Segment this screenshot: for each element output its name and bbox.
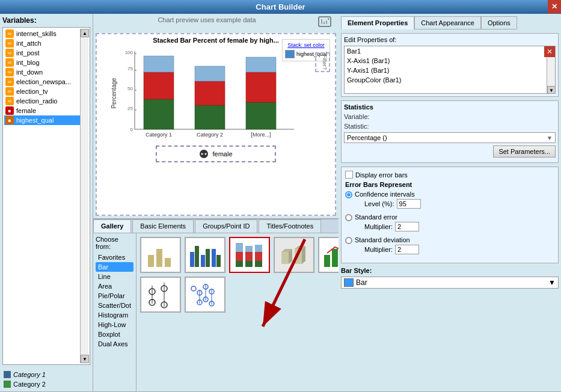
svg-rect-43 bbox=[255, 245, 262, 252]
sd-mult-input[interactable] bbox=[395, 245, 419, 254]
tab-options[interactable]: Options bbox=[481, 16, 517, 29]
chart-canvas[interactable]: Stacked Bar Percent of female by high...… bbox=[96, 33, 336, 216]
tab-chart-appearance[interactable]: Chart Appearance bbox=[414, 16, 481, 29]
x-axis-var-box[interactable]: female bbox=[156, 145, 276, 162]
props-close-btn[interactable]: ✕ bbox=[544, 46, 555, 57]
svg-text:75: 75 bbox=[127, 66, 133, 72]
filter-box[interactable]: Filter? bbox=[315, 52, 330, 72]
type-pie-polar[interactable]: Pie/Polar bbox=[96, 291, 133, 301]
type-favorites[interactable]: Favorites bbox=[96, 253, 133, 262]
svg-rect-18 bbox=[195, 66, 225, 81]
svg-rect-33 bbox=[201, 255, 205, 267]
bottom-panel: Gallery Basic Elements Groups/Point ID T… bbox=[93, 218, 339, 391]
type-histogram[interactable]: Histogram bbox=[96, 310, 133, 320]
type-high-low[interactable]: High-Low bbox=[96, 320, 133, 329]
prop-xaxis1[interactable]: X-Axis1 (Bar1) bbox=[345, 56, 547, 66]
bar-style-dropdown[interactable]: Bar ▼ bbox=[341, 277, 559, 289]
tab-basic-elements[interactable]: Basic Elements bbox=[132, 219, 194, 233]
thumb-dot-1[interactable] bbox=[140, 277, 181, 313]
type-scatter-dot[interactable]: Scatter/Dot bbox=[96, 301, 133, 310]
svg-point-27 bbox=[205, 153, 207, 155]
svg-rect-0 bbox=[319, 17, 331, 26]
title-bar: Chart Builder ✕ bbox=[0, 0, 561, 14]
tab-titles-footnotes[interactable]: Titles/Footnotes bbox=[259, 219, 321, 233]
svg-rect-14 bbox=[144, 72, 174, 99]
var-item-int-down[interactable]: ∞ int_down bbox=[4, 67, 80, 77]
var-name: internet_skills bbox=[16, 30, 57, 37]
ci-level-row: Level (%): bbox=[355, 199, 421, 209]
radio-sd-row: Standard deviation Multiplier: bbox=[345, 236, 554, 256]
variable-row: Variable: bbox=[344, 113, 556, 120]
var-item-highest-qual[interactable]: ■ highest_qual bbox=[4, 115, 80, 125]
type-area[interactable]: Area bbox=[96, 281, 133, 291]
thumb-row-1 bbox=[140, 237, 339, 273]
props-scroll-down[interactable]: ▼ bbox=[547, 86, 556, 94]
radio-se[interactable] bbox=[345, 214, 352, 221]
variables-list[interactable]: ∞ internet_skills ∞ int_attch ∞ int_post… bbox=[2, 27, 90, 365]
category-1-label: Category 1 bbox=[13, 371, 46, 378]
tab-groups-point-id[interactable]: Groups/Point ID bbox=[195, 219, 257, 233]
svg-rect-29 bbox=[156, 249, 162, 267]
svg-rect-16 bbox=[195, 105, 225, 129]
svg-text:0: 0 bbox=[130, 127, 133, 132]
svg-text:Category 1: Category 1 bbox=[146, 132, 172, 138]
close-button[interactable]: ✕ bbox=[548, 0, 561, 13]
preview-text: Chart preview uses example data bbox=[158, 16, 256, 23]
legend-title[interactable]: Stack: set color bbox=[285, 42, 327, 48]
category-2-item[interactable]: Category 2 bbox=[2, 379, 90, 389]
se-mult-label: Multiplier: bbox=[364, 223, 393, 230]
category-2-label: Category 2 bbox=[13, 381, 46, 388]
thumb-bar-stacked[interactable] bbox=[229, 237, 270, 273]
type-bar[interactable]: Bar bbox=[96, 262, 133, 272]
tab-gallery[interactable]: Gallery bbox=[93, 219, 131, 233]
se-mult-input[interactable] bbox=[395, 222, 419, 231]
statistic-label: Statistic: bbox=[344, 123, 386, 130]
var-item-int-blog[interactable]: ∞ int_blog bbox=[4, 58, 80, 67]
radio-sd[interactable] bbox=[345, 237, 352, 244]
variable-label: Variable: bbox=[344, 113, 386, 120]
bar-style-dropdown-arrow: ▼ bbox=[548, 278, 556, 287]
var-item-election-radio[interactable]: ∞ election_radio bbox=[4, 96, 80, 106]
thumb-bar-3d[interactable] bbox=[274, 237, 314, 273]
type-line[interactable]: Line bbox=[96, 272, 133, 281]
nominal-icon: ■ bbox=[5, 106, 14, 115]
scroll-up-btn[interactable]: ▲ bbox=[81, 29, 89, 37]
set-params-button[interactable]: Set Parameters... bbox=[493, 145, 556, 158]
scroll-down-btn[interactable]: ▼ bbox=[81, 355, 89, 363]
var-item-female[interactable]: ■ female bbox=[4, 106, 80, 115]
type-dual-axes[interactable]: Dual Axes bbox=[96, 339, 133, 349]
var-item-election-newspa[interactable]: ∞ election_newspa... bbox=[4, 77, 80, 87]
prop-yaxis1[interactable]: Y-Axis1 (Bar1) bbox=[345, 66, 547, 75]
radio-ci[interactable] bbox=[345, 191, 352, 198]
thumb-bar-simple[interactable] bbox=[140, 237, 181, 273]
scale-icon: ∞ bbox=[5, 49, 14, 57]
error-bars-label: Display error bars bbox=[355, 171, 408, 179]
props-list-box[interactable]: Bar1 X-Axis1 (Bar1) Y-Axis1 (Bar1) Group… bbox=[344, 46, 556, 94]
prop-bar1[interactable]: Bar1 bbox=[345, 46, 547, 56]
thumb-dot-2[interactable] bbox=[185, 277, 225, 313]
prop-groupcolor[interactable]: GroupColor (Bar1) bbox=[345, 75, 547, 85]
choose-label: Choose from: bbox=[96, 236, 133, 250]
statistic-dropdown[interactable]: Percentage () ▼ bbox=[344, 132, 556, 143]
preview-icon[interactable] bbox=[318, 16, 331, 27]
thumb-bar-line[interactable] bbox=[318, 237, 339, 273]
thumb-bar-grouped[interactable] bbox=[185, 237, 225, 273]
ci-level-input[interactable] bbox=[397, 199, 421, 209]
svg-text:Percentage: Percentage bbox=[111, 78, 117, 109]
var-item-int-post[interactable]: ∞ int_post bbox=[4, 48, 80, 58]
var-item-int-attch[interactable]: ∞ int_attch bbox=[4, 38, 80, 48]
type-boxplot[interactable]: Boxplot bbox=[96, 329, 133, 339]
svg-rect-20 bbox=[246, 72, 276, 102]
svg-rect-15 bbox=[144, 56, 174, 72]
var-item-internet-skills[interactable]: ∞ internet_skills bbox=[4, 29, 80, 38]
tab-element-properties[interactable]: Element Properties bbox=[341, 16, 414, 29]
var-item-election-tv[interactable]: ∞ election_tv bbox=[4, 87, 80, 96]
svg-rect-46 bbox=[281, 252, 289, 264]
variables-scrollbar[interactable]: ▲ ▼ bbox=[80, 29, 88, 363]
x-var-icon bbox=[199, 149, 209, 159]
var-name: female bbox=[16, 107, 36, 114]
error-bars-checkbox[interactable] bbox=[345, 171, 353, 179]
category-1-item[interactable]: Category 1 bbox=[2, 370, 90, 379]
edit-properties-label: Edit Properties of: bbox=[344, 36, 556, 43]
svg-rect-21 bbox=[246, 57, 276, 72]
